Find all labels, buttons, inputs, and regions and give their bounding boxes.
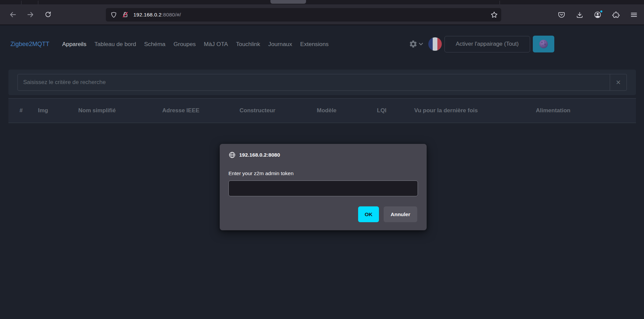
reload-icon (44, 11, 52, 18)
prompt-dialog: 192.168.0.2:8080 Enter your z2m admin to… (220, 144, 427, 230)
extensions-puzzle-icon[interactable] (612, 11, 620, 19)
search-card: × (8, 70, 636, 95)
column-header-last-seen[interactable]: Vu pour la dernière fois (414, 107, 536, 114)
url-host: 192.168.0.2 (133, 12, 162, 17)
nav-item-tableau-de-bord[interactable]: Tableau de bord (94, 41, 136, 48)
column-header-friendly-name[interactable]: Nom simplifié (78, 107, 162, 114)
url-path: :8080/#/ (162, 12, 181, 17)
arrow-left-icon (9, 11, 17, 18)
enable-pairing-button[interactable]: Activer l'appairage (Tout) (444, 36, 530, 52)
column-header-lqi[interactable]: LQI (377, 107, 414, 114)
dialog-message: Enter your z2m admin token (228, 170, 418, 176)
column-header-manufacturer[interactable]: Constructeur (240, 107, 317, 114)
nav-item-groupes[interactable]: Groupes (173, 41, 196, 48)
toolbar-icon-cluster (557, 8, 638, 21)
column-header-index[interactable]: # (8, 107, 38, 114)
nav-item-maj-ota[interactable]: MàJ OTA (204, 41, 228, 48)
url-bar[interactable]: 192.168.0.2:8080/#/ (106, 8, 501, 22)
pocket-icon[interactable] (557, 11, 565, 19)
bookmark-star-icon[interactable] (490, 11, 498, 19)
tab-separator (38, 1, 38, 4)
shield-icon[interactable] (110, 11, 117, 18)
language-flag-fr-icon[interactable] (428, 37, 442, 51)
tab-separator (500, 1, 500, 4)
app-navbar: Zigbee2MQTT Appareils Tableau de bord Sc… (0, 26, 644, 62)
globe-icon (228, 151, 236, 159)
tab-separator (21, 1, 22, 4)
url-text: 192.168.0.2:8080/#/ (133, 12, 181, 18)
arrow-right-icon (27, 11, 34, 18)
column-header-power[interactable]: Alimentation (536, 107, 636, 114)
dialog-host-row: 192.168.0.2:8080 (228, 151, 418, 159)
devices-table-header: # Img Nom simplifié Adresse IEEE Constru… (8, 98, 636, 123)
search-clear-button[interactable]: × (610, 74, 627, 91)
moon-icon (538, 38, 549, 50)
nav-item-touchlink[interactable]: Touchlink (236, 41, 260, 48)
search-input[interactable] (17, 74, 610, 91)
forward-button[interactable] (25, 9, 36, 20)
nav-item-extensions[interactable]: Extensions (300, 41, 329, 48)
account-icon[interactable] (594, 11, 602, 19)
navbar-brand-link[interactable]: Zigbee2MQTT (10, 41, 49, 48)
browser-window: 192.168.0.2:8080/#/ (0, 0, 644, 319)
reload-button[interactable] (42, 9, 54, 20)
theme-toggle-button[interactable] (533, 36, 554, 52)
gear-icon (409, 40, 418, 48)
column-header-model[interactable]: Modèle (317, 107, 377, 114)
tab-strip (0, 0, 644, 4)
browser-toolbar: 192.168.0.2:8080/#/ (0, 4, 644, 25)
menu-hamburger-icon[interactable] (630, 11, 638, 19)
nav-item-journaux[interactable]: Journaux (268, 41, 292, 48)
ok-button[interactable]: OK (358, 206, 379, 222)
settings-dropdown-toggle[interactable] (409, 40, 423, 48)
column-header-img[interactable]: Img (38, 107, 78, 114)
chevron-down-icon (419, 43, 423, 45)
downloads-icon[interactable] (575, 11, 584, 19)
column-header-ieee-address[interactable]: Adresse IEEE (162, 107, 240, 114)
nav-item-appareils[interactable]: Appareils (62, 41, 86, 48)
nav-item-schema[interactable]: Schéma (144, 41, 165, 48)
dialog-host-text: 192.168.0.2:8080 (239, 152, 280, 158)
insecure-lock-icon[interactable] (122, 11, 129, 18)
token-input[interactable] (228, 181, 418, 196)
account-notification-dot (600, 10, 603, 13)
dialog-buttons: OK Annuler (228, 206, 418, 222)
back-button[interactable] (7, 9, 18, 20)
navbar-right-cluster: Activer l'appairage (Tout) (409, 36, 555, 52)
cancel-button[interactable]: Annuler (384, 206, 417, 222)
active-browser-tab[interactable] (270, 0, 306, 4)
